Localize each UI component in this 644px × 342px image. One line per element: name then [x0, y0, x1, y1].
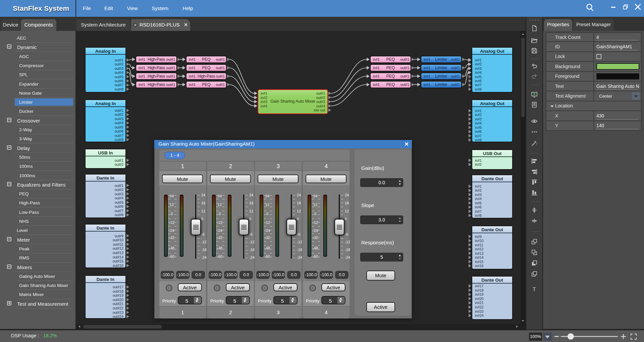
- svg-text:T: T: [533, 287, 536, 292]
